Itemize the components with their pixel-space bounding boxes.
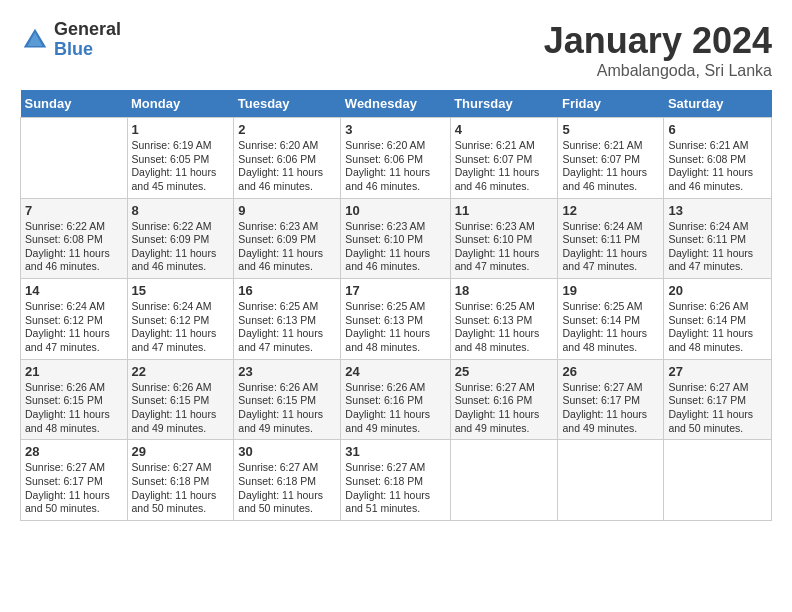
calendar-week-row: 1Sunrise: 6:19 AM Sunset: 6:05 PM Daylig… [21, 118, 772, 199]
calendar-cell: 5Sunrise: 6:21 AM Sunset: 6:07 PM Daylig… [558, 118, 664, 199]
calendar-cell [450, 440, 558, 521]
calendar-week-row: 14Sunrise: 6:24 AM Sunset: 6:12 PM Dayli… [21, 279, 772, 360]
day-number: 31 [345, 444, 445, 459]
calendar-cell: 11Sunrise: 6:23 AM Sunset: 6:10 PM Dayli… [450, 198, 558, 279]
day-number: 20 [668, 283, 767, 298]
calendar-cell: 7Sunrise: 6:22 AM Sunset: 6:08 PM Daylig… [21, 198, 128, 279]
day-number: 10 [345, 203, 445, 218]
weekday-header-saturday: Saturday [664, 90, 772, 118]
calendar-week-row: 28Sunrise: 6:27 AM Sunset: 6:17 PM Dayli… [21, 440, 772, 521]
day-info: Sunrise: 6:26 AM Sunset: 6:15 PM Dayligh… [25, 381, 123, 436]
calendar-cell: 2Sunrise: 6:20 AM Sunset: 6:06 PM Daylig… [234, 118, 341, 199]
logo-general: General [54, 20, 121, 40]
weekday-header-row: SundayMondayTuesdayWednesdayThursdayFrid… [21, 90, 772, 118]
day-info: Sunrise: 6:23 AM Sunset: 6:09 PM Dayligh… [238, 220, 336, 275]
day-number: 6 [668, 122, 767, 137]
day-number: 23 [238, 364, 336, 379]
day-info: Sunrise: 6:25 AM Sunset: 6:13 PM Dayligh… [345, 300, 445, 355]
day-info: Sunrise: 6:24 AM Sunset: 6:11 PM Dayligh… [562, 220, 659, 275]
day-number: 19 [562, 283, 659, 298]
day-info: Sunrise: 6:27 AM Sunset: 6:16 PM Dayligh… [455, 381, 554, 436]
day-info: Sunrise: 6:22 AM Sunset: 6:09 PM Dayligh… [132, 220, 230, 275]
calendar-cell: 13Sunrise: 6:24 AM Sunset: 6:11 PM Dayli… [664, 198, 772, 279]
calendar-cell: 24Sunrise: 6:26 AM Sunset: 6:16 PM Dayli… [341, 359, 450, 440]
calendar-cell: 3Sunrise: 6:20 AM Sunset: 6:06 PM Daylig… [341, 118, 450, 199]
day-info: Sunrise: 6:24 AM Sunset: 6:12 PM Dayligh… [132, 300, 230, 355]
calendar-cell: 17Sunrise: 6:25 AM Sunset: 6:13 PM Dayli… [341, 279, 450, 360]
calendar-cell: 31Sunrise: 6:27 AM Sunset: 6:18 PM Dayli… [341, 440, 450, 521]
calendar-cell: 25Sunrise: 6:27 AM Sunset: 6:16 PM Dayli… [450, 359, 558, 440]
day-info: Sunrise: 6:26 AM Sunset: 6:14 PM Dayligh… [668, 300, 767, 355]
calendar-cell [21, 118, 128, 199]
calendar-cell: 26Sunrise: 6:27 AM Sunset: 6:17 PM Dayli… [558, 359, 664, 440]
day-info: Sunrise: 6:26 AM Sunset: 6:15 PM Dayligh… [238, 381, 336, 436]
day-number: 17 [345, 283, 445, 298]
day-info: Sunrise: 6:27 AM Sunset: 6:17 PM Dayligh… [25, 461, 123, 516]
logo-text: General Blue [54, 20, 121, 60]
day-number: 16 [238, 283, 336, 298]
calendar-cell: 23Sunrise: 6:26 AM Sunset: 6:15 PM Dayli… [234, 359, 341, 440]
calendar-cell: 18Sunrise: 6:25 AM Sunset: 6:13 PM Dayli… [450, 279, 558, 360]
day-info: Sunrise: 6:21 AM Sunset: 6:08 PM Dayligh… [668, 139, 767, 194]
weekday-header-monday: Monday [127, 90, 234, 118]
calendar-cell: 30Sunrise: 6:27 AM Sunset: 6:18 PM Dayli… [234, 440, 341, 521]
day-number: 29 [132, 444, 230, 459]
day-number: 21 [25, 364, 123, 379]
day-number: 26 [562, 364, 659, 379]
calendar-table: SundayMondayTuesdayWednesdayThursdayFrid… [20, 90, 772, 521]
day-info: Sunrise: 6:26 AM Sunset: 6:15 PM Dayligh… [132, 381, 230, 436]
calendar-cell: 28Sunrise: 6:27 AM Sunset: 6:17 PM Dayli… [21, 440, 128, 521]
day-number: 25 [455, 364, 554, 379]
day-info: Sunrise: 6:21 AM Sunset: 6:07 PM Dayligh… [455, 139, 554, 194]
location-title: Ambalangoda, Sri Lanka [544, 62, 772, 80]
day-info: Sunrise: 6:25 AM Sunset: 6:13 PM Dayligh… [238, 300, 336, 355]
day-number: 4 [455, 122, 554, 137]
calendar-cell: 8Sunrise: 6:22 AM Sunset: 6:09 PM Daylig… [127, 198, 234, 279]
calendar-cell: 1Sunrise: 6:19 AM Sunset: 6:05 PM Daylig… [127, 118, 234, 199]
day-info: Sunrise: 6:27 AM Sunset: 6:17 PM Dayligh… [668, 381, 767, 436]
day-number: 9 [238, 203, 336, 218]
day-info: Sunrise: 6:27 AM Sunset: 6:17 PM Dayligh… [562, 381, 659, 436]
month-title: January 2024 [544, 20, 772, 62]
day-number: 3 [345, 122, 445, 137]
day-number: 30 [238, 444, 336, 459]
title-block: January 2024 Ambalangoda, Sri Lanka [544, 20, 772, 80]
weekday-header-friday: Friday [558, 90, 664, 118]
day-info: Sunrise: 6:25 AM Sunset: 6:13 PM Dayligh… [455, 300, 554, 355]
day-number: 24 [345, 364, 445, 379]
day-number: 13 [668, 203, 767, 218]
page-header: General Blue January 2024 Ambalangoda, S… [20, 20, 772, 80]
day-info: Sunrise: 6:20 AM Sunset: 6:06 PM Dayligh… [238, 139, 336, 194]
weekday-header-tuesday: Tuesday [234, 90, 341, 118]
day-info: Sunrise: 6:19 AM Sunset: 6:05 PM Dayligh… [132, 139, 230, 194]
weekday-header-wednesday: Wednesday [341, 90, 450, 118]
calendar-cell: 16Sunrise: 6:25 AM Sunset: 6:13 PM Dayli… [234, 279, 341, 360]
calendar-week-row: 7Sunrise: 6:22 AM Sunset: 6:08 PM Daylig… [21, 198, 772, 279]
calendar-cell: 21Sunrise: 6:26 AM Sunset: 6:15 PM Dayli… [21, 359, 128, 440]
calendar-cell: 9Sunrise: 6:23 AM Sunset: 6:09 PM Daylig… [234, 198, 341, 279]
calendar-cell: 15Sunrise: 6:24 AM Sunset: 6:12 PM Dayli… [127, 279, 234, 360]
day-number: 27 [668, 364, 767, 379]
day-number: 2 [238, 122, 336, 137]
calendar-cell: 27Sunrise: 6:27 AM Sunset: 6:17 PM Dayli… [664, 359, 772, 440]
day-info: Sunrise: 6:26 AM Sunset: 6:16 PM Dayligh… [345, 381, 445, 436]
day-number: 7 [25, 203, 123, 218]
day-info: Sunrise: 6:25 AM Sunset: 6:14 PM Dayligh… [562, 300, 659, 355]
calendar-cell: 19Sunrise: 6:25 AM Sunset: 6:14 PM Dayli… [558, 279, 664, 360]
day-number: 15 [132, 283, 230, 298]
day-info: Sunrise: 6:27 AM Sunset: 6:18 PM Dayligh… [132, 461, 230, 516]
calendar-cell [558, 440, 664, 521]
calendar-cell: 20Sunrise: 6:26 AM Sunset: 6:14 PM Dayli… [664, 279, 772, 360]
day-number: 22 [132, 364, 230, 379]
day-number: 5 [562, 122, 659, 137]
logo-icon [20, 25, 50, 55]
logo: General Blue [20, 20, 121, 60]
day-number: 1 [132, 122, 230, 137]
weekday-header-thursday: Thursday [450, 90, 558, 118]
day-info: Sunrise: 6:20 AM Sunset: 6:06 PM Dayligh… [345, 139, 445, 194]
day-number: 14 [25, 283, 123, 298]
day-info: Sunrise: 6:23 AM Sunset: 6:10 PM Dayligh… [455, 220, 554, 275]
calendar-cell: 22Sunrise: 6:26 AM Sunset: 6:15 PM Dayli… [127, 359, 234, 440]
day-number: 18 [455, 283, 554, 298]
day-number: 8 [132, 203, 230, 218]
